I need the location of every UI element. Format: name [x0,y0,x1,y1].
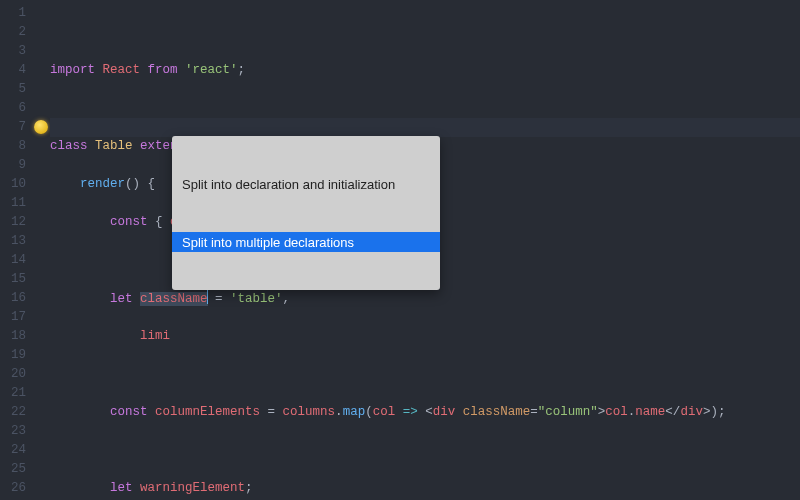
code-area[interactable]: import React from 'react'; class Table e… [50,0,800,500]
current-line-highlight [50,118,800,137]
lightbulb-icon[interactable] [34,120,48,134]
text-caret [207,289,208,304]
intention-menu[interactable]: Split into declaration and initializatio… [172,136,440,290]
intention-menu-item-selected[interactable]: Split into multiple declarations [172,232,440,252]
code-editor[interactable]: 1 2 3 4 5 6 7 8 9 10 11 12 13 14 15 16 1… [0,0,800,500]
intention-gutter [32,0,50,500]
line-number-gutter: 1 2 3 4 5 6 7 8 9 10 11 12 13 14 15 16 1… [0,0,32,500]
intention-menu-item[interactable]: Split into declaration and initializatio… [172,174,440,194]
